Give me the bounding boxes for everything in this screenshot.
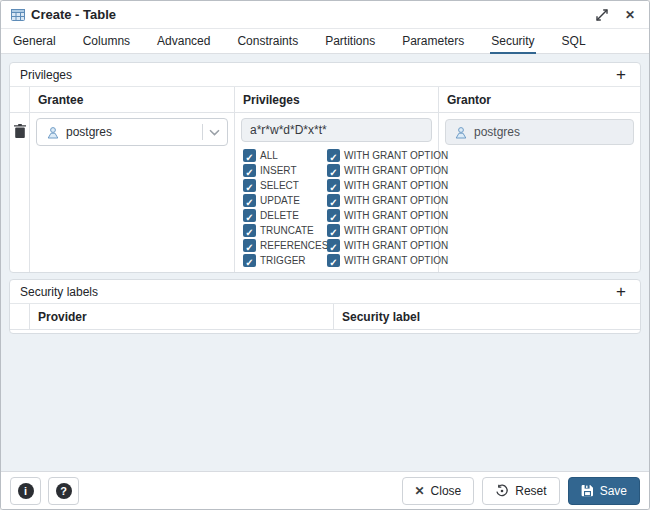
privilege-references: REFERENCES (243, 239, 327, 252)
privilege-references-grant: WITH GRANT OPTION (327, 239, 448, 252)
grantor-column-header: Grantor (439, 87, 640, 113)
tab-advanced[interactable]: Advanced (156, 29, 211, 54)
checkbox-checked-icon[interactable] (243, 179, 256, 192)
security-label-column-header: Security label (334, 304, 640, 330)
chevron-down-icon (209, 129, 220, 136)
privilege-insert: INSERT (243, 164, 327, 177)
security-labels-section: Security labels Provider Security label (9, 279, 641, 334)
dialog-title: Create - Table (31, 7, 116, 22)
privileges-cell: ALL WITH GRANT OPTION INSERT WITH GRANT … (235, 113, 439, 272)
add-security-label-icon[interactable] (612, 283, 630, 301)
security-labels-empty-area (10, 330, 640, 333)
save-icon (581, 484, 594, 497)
privilege-truncate: TRUNCATE (243, 224, 327, 237)
tab-columns[interactable]: Columns (82, 29, 131, 54)
checkbox-checked-icon[interactable] (327, 254, 340, 267)
privilege-all-grant: WITH GRANT OPTION (327, 149, 448, 162)
privilege-checkbox-list: ALL WITH GRANT OPTION INSERT WITH GRANT … (243, 149, 432, 267)
grantee-select[interactable]: postgres (36, 118, 228, 146)
privileges-section-title: Privileges (20, 68, 72, 82)
security-labels-section-header: Security labels (10, 280, 640, 304)
security-labels-section-title: Security labels (20, 285, 98, 299)
question-icon: ? (56, 483, 72, 499)
checkbox-checked-icon[interactable] (243, 194, 256, 207)
save-button[interactable]: Save (568, 477, 640, 505)
help-button[interactable]: ? (48, 477, 79, 505)
privileges-section: Privileges Grantee Privileges Grantor (9, 62, 641, 273)
grantee-select-value: postgres (66, 125, 112, 139)
privilege-truncate-grant: WITH GRANT OPTION (327, 224, 448, 237)
close-x-icon (415, 484, 425, 498)
security-labels-grid-header: Provider Security label (10, 304, 640, 330)
checkbox-checked-icon[interactable] (327, 149, 340, 162)
tab-general[interactable]: General (12, 29, 57, 54)
checkbox-checked-icon[interactable] (327, 224, 340, 237)
checkbox-checked-icon[interactable] (327, 194, 340, 207)
row-actions-cell (10, 113, 30, 272)
privilege-select: SELECT (243, 179, 327, 192)
row-actions-column-header (10, 87, 30, 113)
grantee-column-header: Grantee (30, 87, 235, 113)
grantor-value: postgres (474, 125, 520, 139)
maximize-icon[interactable] (595, 8, 609, 22)
checkbox-checked-icon[interactable] (327, 179, 340, 192)
tab-partitions[interactable]: Partitions (324, 29, 376, 54)
checkbox-checked-icon[interactable] (243, 209, 256, 222)
dialog-titlebar: Create - Table (1, 1, 649, 29)
checkbox-checked-icon[interactable] (243, 149, 256, 162)
table-icon (11, 9, 25, 21)
privilege-delete: DELETE (243, 209, 327, 222)
checkbox-checked-icon[interactable] (243, 254, 256, 267)
privilege-update: UPDATE (243, 194, 327, 207)
tab-security[interactable]: Security (490, 29, 535, 54)
privilege-delete-grant: WITH GRANT OPTION (327, 209, 448, 222)
dialog-tabs: General Columns Advanced Constraints Par… (1, 29, 649, 54)
select-separator (202, 124, 203, 140)
grantor-cell: postgres (439, 113, 640, 272)
privileges-grid-header: Grantee Privileges Grantor (10, 87, 640, 113)
reset-icon (495, 484, 509, 498)
provider-column-header: Provider (30, 304, 334, 330)
checkbox-checked-icon[interactable] (327, 239, 340, 252)
privilege-trigger: TRIGGER (243, 254, 327, 267)
privileges-string-input[interactable] (241, 118, 432, 142)
add-privilege-icon[interactable] (612, 66, 630, 84)
user-icon (46, 126, 60, 139)
sql-help-button[interactable]: i (10, 477, 41, 505)
close-button[interactable]: Close (402, 477, 475, 505)
checkbox-checked-icon[interactable] (243, 239, 256, 252)
tab-parameters[interactable]: Parameters (401, 29, 465, 54)
grantor-field: postgres (445, 119, 634, 145)
grantee-cell: postgres (30, 113, 235, 272)
checkbox-checked-icon[interactable] (243, 224, 256, 237)
info-icon: i (18, 483, 34, 499)
privilege-select-grant: WITH GRANT OPTION (327, 179, 448, 192)
privilege-all: ALL (243, 149, 327, 162)
privilege-row: postgres ALL WITH GRANT OPTION (10, 113, 640, 272)
checkbox-checked-icon[interactable] (327, 209, 340, 222)
dialog-footer: i ? Close Reset (1, 471, 649, 509)
security-tab-panel: Privileges Grantee Privileges Grantor (1, 54, 649, 471)
delete-row-icon[interactable] (14, 124, 26, 267)
row-actions-column-header (10, 304, 30, 330)
privilege-insert-grant: WITH GRANT OPTION (327, 164, 448, 177)
tab-constraints[interactable]: Constraints (236, 29, 299, 54)
create-table-dialog: Create - Table General Columns Advanced … (0, 0, 650, 510)
privilege-update-grant: WITH GRANT OPTION (327, 194, 448, 207)
close-icon[interactable] (623, 8, 637, 22)
tab-sql[interactable]: SQL (561, 29, 587, 54)
privileges-section-header: Privileges (10, 63, 640, 87)
privileges-column-header: Privileges (235, 87, 439, 113)
checkbox-checked-icon[interactable] (243, 164, 256, 177)
checkbox-checked-icon[interactable] (327, 164, 340, 177)
privilege-trigger-grant: WITH GRANT OPTION (327, 254, 448, 267)
reset-button[interactable]: Reset (482, 477, 559, 505)
user-icon (454, 126, 468, 139)
